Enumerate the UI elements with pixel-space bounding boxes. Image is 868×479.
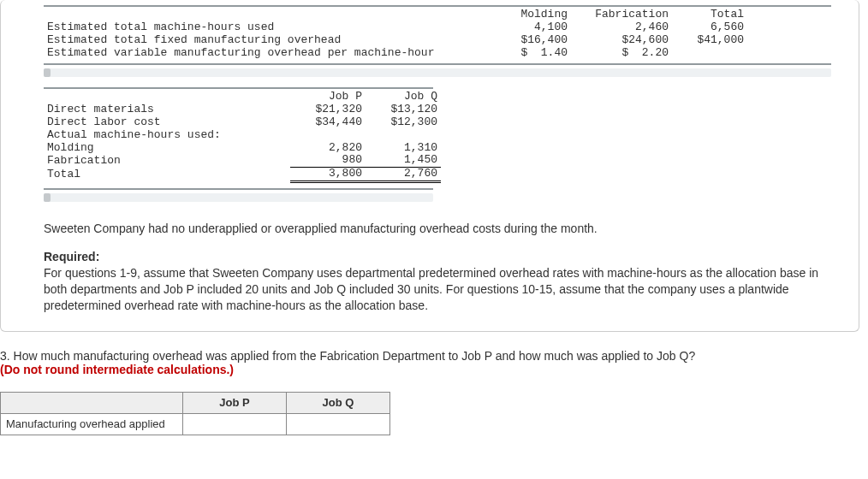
cell: 1,310 <box>366 142 441 155</box>
col-header: Job P <box>290 91 366 103</box>
cell: 6,560 <box>672 21 747 34</box>
empty-header <box>1 392 183 413</box>
table-row: Estimated total fixed manufacturing over… <box>44 34 747 47</box>
row-label: Actual machine-hours used: <box>44 129 290 142</box>
row-label: Direct labor cost <box>44 116 290 129</box>
table-row: Manufacturing overhead applied <box>1 413 390 435</box>
row-label: Estimated total machine-hours used <box>44 21 496 34</box>
cell: $21,320 <box>290 103 366 116</box>
col-header: Molding <box>496 9 571 21</box>
table-row: Estimated total machine-hours used 4,100… <box>44 21 747 34</box>
cell: $ 1.40 <box>496 47 571 60</box>
cell: $41,000 <box>672 34 747 47</box>
scrollbar[interactable] <box>44 193 433 202</box>
col-header: Job Q <box>366 91 441 103</box>
question-instruction: (Do not round intermediate calculations.… <box>0 363 234 376</box>
cell: $13,120 <box>366 103 441 116</box>
table-row: Job P Job Q <box>1 392 390 413</box>
job-p-input[interactable] <box>183 414 286 435</box>
cell <box>672 47 747 60</box>
answer-table: Job P Job Q Manufacturing overhead appli… <box>0 392 390 435</box>
table-row: Direct materials $21,320 $13,120 <box>44 103 441 116</box>
table-row: Fabrication 980 1,450 <box>44 154 441 167</box>
table-row: Molding Fabrication Total <box>44 9 747 21</box>
row-label: Total <box>44 168 290 182</box>
col-header: Job P <box>183 392 287 413</box>
question-main: 3. How much manufacturing overhead was a… <box>0 349 695 363</box>
divider <box>44 87 433 89</box>
scrollbar[interactable] <box>44 68 831 77</box>
problem-card: Molding Fabrication Total Estimated tota… <box>0 0 859 332</box>
required-label: Required: <box>44 250 99 263</box>
cell: $12,300 <box>366 116 441 129</box>
scroll-thumb[interactable] <box>44 193 51 202</box>
table-row: Job P Job Q <box>44 91 441 103</box>
col-header: Job Q <box>287 392 390 413</box>
table-row: Total 3,800 2,760 <box>44 168 441 182</box>
cell: $16,400 <box>496 34 571 47</box>
required-text: For questions 1-9, assume that Sweeten C… <box>44 266 818 312</box>
cell: 1,450 <box>366 154 441 167</box>
cell: 4,100 <box>496 21 571 34</box>
divider <box>44 63 831 65</box>
col-header: Total <box>672 9 747 21</box>
info-paragraph: Sweeten Company had no underapplied or o… <box>44 221 840 237</box>
divider <box>44 5 831 7</box>
job-q-input[interactable] <box>287 414 389 435</box>
job-data-table: Job P Job Q Direct materials $21,320 $13… <box>44 91 441 184</box>
row-label: Fabrication <box>44 154 290 167</box>
table-row: Molding 2,820 1,310 <box>44 142 441 155</box>
row-label: Manufacturing overhead applied <box>1 413 183 435</box>
required-block: Required: For questions 1-9, assume that… <box>44 249 840 314</box>
row-label: Estimated total fixed manufacturing over… <box>44 34 496 47</box>
divider <box>44 188 433 190</box>
row-label: Molding <box>44 142 290 155</box>
cell: 980 <box>290 154 366 167</box>
cell: $34,440 <box>290 116 366 129</box>
table-row: Direct labor cost $34,440 $12,300 <box>44 116 441 129</box>
scroll-thumb[interactable] <box>44 68 51 77</box>
table-row: Actual machine-hours used: <box>44 129 441 142</box>
cell: $24,600 <box>571 34 672 47</box>
cell: 3,800 <box>290 168 366 182</box>
cell: 2,460 <box>571 21 672 34</box>
cell: $ 2.20 <box>571 47 672 60</box>
row-label: Direct materials <box>44 103 290 116</box>
cell: 2,820 <box>290 142 366 155</box>
table-row: Estimated variable manufacturing overhea… <box>44 47 747 60</box>
row-label: Estimated variable manufacturing overhea… <box>44 47 496 60</box>
col-header: Fabrication <box>571 9 672 21</box>
cell: 2,760 <box>366 168 441 182</box>
question-text: 3. How much manufacturing overhead was a… <box>0 349 868 376</box>
overhead-estimates-table: Molding Fabrication Total Estimated tota… <box>44 9 747 60</box>
